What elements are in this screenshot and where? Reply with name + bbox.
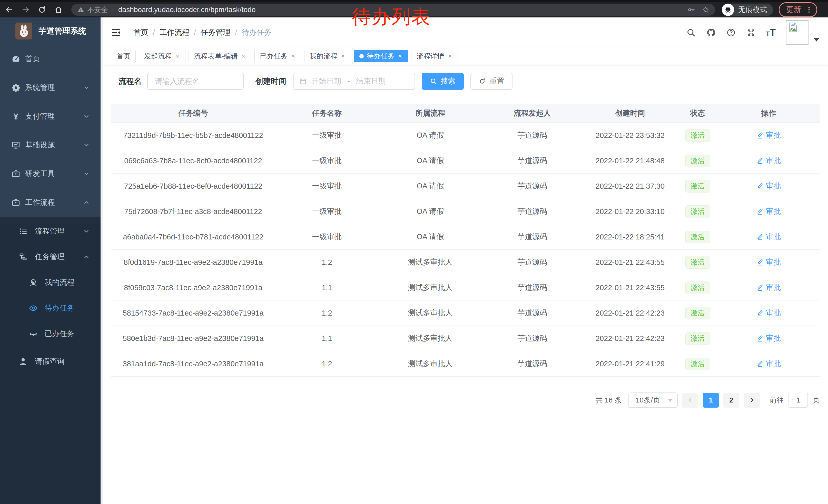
- sidebar: 芋道管理系统 首页 系统管理 ¥ 支付管理: [0, 17, 100, 504]
- approve-link[interactable]: 审批: [756, 308, 781, 318]
- github-icon[interactable]: [706, 28, 716, 38]
- browser-menu-icon[interactable]: [805, 6, 813, 13]
- eye-icon: [29, 304, 38, 313]
- reset-button[interactable]: 重置: [470, 73, 512, 90]
- bookmark-star-icon[interactable]: [702, 6, 709, 13]
- security-warning-icon[interactable]: [77, 6, 85, 13]
- chevron-down-icon: [83, 142, 90, 148]
- close-icon[interactable]: [291, 54, 296, 59]
- sidebar-item-my-process[interactable]: 我的流程: [0, 270, 100, 295]
- tab-todo-tasks[interactable]: 待办任务: [354, 50, 408, 62]
- status-badge: 激活: [686, 307, 710, 319]
- sidebar-item-leave-query[interactable]: 请假查询: [0, 349, 100, 374]
- filter-form: 流程名 创建时间 开始日期 - 结束日期 搜索 重: [119, 73, 820, 90]
- edit-pencil-icon: [756, 284, 763, 291]
- chevron-left-icon: [687, 397, 694, 404]
- app-logo[interactable]: 芋道管理系统: [0, 17, 100, 45]
- breadcrumb: 首页 / 工作流程 / 任务管理 / 待办任务: [133, 28, 272, 38]
- edit-pencil-icon: [756, 157, 763, 164]
- incognito-icon: [722, 4, 734, 16]
- date-range-picker[interactable]: 开始日期 - 结束日期: [293, 73, 415, 90]
- tab-done-tasks[interactable]: 已办任务: [254, 50, 301, 62]
- help-question-icon[interactable]: [726, 28, 736, 38]
- table-row: 8f0d1619-7ac8-11ec-a9e2-a2380e71991a 1.2…: [111, 250, 820, 275]
- sidebar-item-payment[interactable]: ¥ 支付管理: [0, 102, 100, 131]
- logo-avatar: [15, 22, 32, 40]
- fullscreen-icon[interactable]: [746, 28, 756, 38]
- approve-link[interactable]: 审批: [756, 207, 781, 217]
- sidebar-item-system[interactable]: 系统管理: [0, 73, 100, 102]
- approve-link[interactable]: 审批: [756, 282, 781, 293]
- table-row: 8f059c03-7ac8-11ec-a9e2-a2380e71991a 1.1…: [111, 275, 820, 301]
- tab-my-process[interactable]: 我的流程: [304, 50, 351, 62]
- sidebar-item-workflow[interactable]: 工作流程: [0, 188, 100, 217]
- close-icon[interactable]: [398, 54, 403, 59]
- column-header: 创建时间: [583, 108, 678, 119]
- next-page-button[interactable]: [744, 393, 760, 408]
- process-name-label: 流程名: [119, 76, 141, 87]
- sidebar-collapse-icon[interactable]: [111, 28, 121, 38]
- address-bar[interactable]: 不安全 dashboard.yudao.iocoder.cn/bpm/task/…: [71, 4, 715, 16]
- approve-link[interactable]: 审批: [756, 232, 781, 242]
- search-icon[interactable]: [686, 28, 696, 38]
- refresh-icon: [479, 78, 486, 85]
- url-text: dashboard.yudao.iocoder.cn/bpm/task/todo: [118, 6, 255, 14]
- goto-page-input[interactable]: [788, 393, 808, 408]
- chevron-right-icon: [748, 397, 755, 404]
- status-badge: 激活: [686, 358, 710, 370]
- font-size-icon[interactable]: TT: [766, 28, 776, 38]
- close-icon[interactable]: [241, 54, 246, 59]
- approve-link[interactable]: 审批: [756, 155, 781, 166]
- browser-back-icon[interactable]: [4, 4, 15, 15]
- page-size-select[interactable]: 10条/页: [628, 393, 678, 408]
- tab-process-detail[interactable]: 流程详情: [411, 50, 458, 62]
- browser-home-icon[interactable]: [53, 4, 64, 15]
- navbar: 首页 / 工作流程 / 任务管理 / 待办任务: [103, 17, 828, 48]
- sidebar-item-infrastructure[interactable]: 基础设施: [0, 131, 100, 159]
- briefcase-icon: [11, 169, 20, 178]
- tab-start-process[interactable]: 发起流程: [139, 50, 185, 62]
- sidebar-item-done-tasks[interactable]: 已办任务: [0, 321, 100, 347]
- table-row: 73211d9d-7b9b-11ec-b5b7-acde48001122 一级审…: [111, 123, 820, 148]
- approve-link[interactable]: 审批: [756, 257, 781, 267]
- browser-forward-icon[interactable]: [20, 4, 31, 15]
- avatar[interactable]: [786, 20, 809, 45]
- sidebar-item-task-mgmt[interactable]: 任务管理: [0, 244, 100, 270]
- search-button[interactable]: 搜索: [422, 73, 464, 90]
- incognito-label: 无痕模式: [738, 5, 767, 15]
- breadcrumb-task-mgmt[interactable]: 任务管理: [201, 28, 230, 38]
- browser-reload-icon[interactable]: [36, 4, 48, 15]
- column-header: 任务编号: [111, 108, 275, 119]
- edit-pencil-icon: [756, 208, 763, 215]
- status-badge: 激活: [686, 180, 710, 192]
- tab-home[interactable]: 首页: [111, 50, 136, 62]
- breadcrumb-workflow[interactable]: 工作流程: [160, 28, 189, 38]
- close-icon[interactable]: [340, 54, 345, 59]
- breadcrumb-home[interactable]: 首页: [133, 28, 148, 38]
- page-button-1[interactable]: 1: [703, 393, 719, 408]
- approve-link[interactable]: 审批: [756, 130, 781, 140]
- approve-link[interactable]: 审批: [756, 333, 781, 343]
- table-row: 725a1eb6-7b88-11ec-8ef0-acde48001122 一级审…: [111, 174, 820, 199]
- approve-link[interactable]: 审批: [756, 181, 781, 191]
- pagination: 共 16 条 10条/页 1 2 前往 页: [111, 393, 820, 408]
- password-key-icon[interactable]: [688, 6, 695, 13]
- process-name-input[interactable]: [147, 73, 244, 90]
- tree-icon: [18, 252, 28, 262]
- approve-link[interactable]: 审批: [756, 359, 781, 369]
- update-button[interactable]: 更新: [779, 2, 817, 17]
- prev-page-button[interactable]: [682, 393, 698, 408]
- close-icon[interactable]: [447, 54, 452, 59]
- sidebar-scrollbar[interactable]: [100, 17, 103, 504]
- page-body: 流程名 创建时间 开始日期 - 结束日期 搜索 重: [103, 65, 828, 504]
- sidebar-item-devtools[interactable]: 研发工具: [0, 159, 100, 188]
- column-header: 任务名称: [275, 108, 379, 119]
- sidebar-item-process-mgmt[interactable]: 流程管理: [0, 218, 100, 244]
- close-icon[interactable]: [175, 54, 180, 59]
- page-button-2[interactable]: 2: [723, 393, 739, 408]
- table-row: 580e1b3d-7ac8-11ec-a9e2-a2380e71991a 1.1…: [111, 326, 820, 351]
- sidebar-item-home[interactable]: 首页: [0, 45, 100, 73]
- sidebar-item-todo-tasks[interactable]: 待办任务: [0, 295, 100, 321]
- avatar-dropdown-caret[interactable]: [814, 38, 819, 42]
- tab-form-edit[interactable]: 流程表单-编辑: [189, 50, 251, 62]
